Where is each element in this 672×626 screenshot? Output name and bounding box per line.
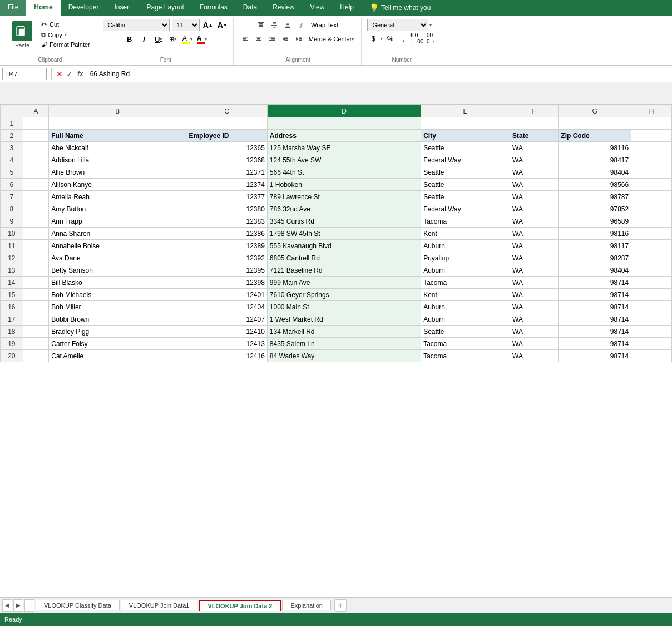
- orient-text-button[interactable]: ab: [295, 19, 307, 31]
- cell-3-1[interactable]: 12365: [186, 142, 267, 154]
- cell-16-2[interactable]: 1000 Main St: [267, 301, 421, 313]
- cell-9-3[interactable]: Tacoma: [421, 215, 510, 228]
- tab-formulas[interactable]: Formulas: [192, 0, 235, 16]
- cell-20-1[interactable]: 12416: [186, 350, 267, 362]
- cell-14-4[interactable]: WA: [510, 277, 559, 289]
- cell-5-1[interactable]: 12371: [186, 166, 267, 179]
- cell-14-3[interactable]: Tacoma: [421, 277, 510, 289]
- cell-8-1[interactable]: 12380: [186, 203, 267, 215]
- cell-18-4[interactable]: WA: [510, 326, 559, 338]
- cell-3-4[interactable]: WA: [510, 142, 559, 154]
- cell-reference-input[interactable]: [2, 68, 47, 80]
- tab-insert[interactable]: Insert: [106, 0, 139, 16]
- copy-button[interactable]: ⧉ Copy ▾: [39, 30, 92, 40]
- cell-8-2[interactable]: 786 32nd Ave: [267, 203, 421, 215]
- sheet-tab-classify[interactable]: VLOOKUP Classify Data: [36, 600, 120, 610]
- cell-5-0[interactable]: Allie Brown: [49, 166, 186, 179]
- cell-15-4[interactable]: WA: [510, 289, 559, 301]
- add-sheet-button[interactable]: +: [334, 599, 347, 612]
- currency-button[interactable]: $: [367, 32, 379, 45]
- cell-10-2[interactable]: 1798 SW 45th St: [267, 228, 421, 240]
- decrease-indent-button[interactable]: [279, 33, 291, 45]
- underline-button[interactable]: U ▾: [152, 33, 165, 45]
- cell-20-4[interactable]: WA: [510, 350, 559, 362]
- cell-6-0[interactable]: Allison Kanye: [49, 179, 186, 191]
- cell-20-2[interactable]: 84 Wades Way: [267, 350, 421, 362]
- comma-button[interactable]: ,: [397, 32, 409, 45]
- header-city[interactable]: City: [421, 130, 510, 142]
- paste-button[interactable]: Paste: [8, 19, 37, 51]
- cell-11-0[interactable]: Annabelle Boise: [49, 240, 186, 252]
- cell-10-0[interactable]: Anna Sharon: [49, 228, 186, 240]
- bold-button[interactable]: B: [123, 33, 136, 45]
- fill-color-button[interactable]: A ▾: [181, 33, 194, 45]
- cell-9-4[interactable]: WA: [510, 215, 559, 228]
- col-header-F[interactable]: F: [510, 105, 559, 117]
- tab-page-layout[interactable]: Page Layout: [139, 0, 191, 16]
- cell-6-4[interactable]: WA: [510, 179, 559, 191]
- cell-12-3[interactable]: Puyallup: [421, 252, 510, 264]
- cell-14-1[interactable]: 12398: [186, 277, 267, 289]
- tab-view[interactable]: View: [303, 0, 333, 16]
- cell-18-1[interactable]: 12410: [186, 326, 267, 338]
- cell-9-5[interactable]: 96589: [559, 215, 631, 228]
- cell-18-5[interactable]: 98714: [559, 326, 631, 338]
- cell-8-0[interactable]: Amy Button: [49, 203, 186, 215]
- header-address[interactable]: Address: [267, 130, 421, 142]
- cell-4-0[interactable]: Addison Lilla: [49, 154, 186, 166]
- cell-15-2[interactable]: 7610 Geyer Springs: [267, 289, 421, 301]
- increase-indent-button[interactable]: [293, 33, 305, 45]
- cell-13-2[interactable]: 7121 Baseline Rd: [267, 264, 421, 277]
- cell-4-3[interactable]: Federal Way: [421, 154, 510, 166]
- sheet-tab-explanation[interactable]: Explanation: [282, 600, 331, 610]
- tab-tell-me[interactable]: 💡 Tell me what you: [362, 0, 438, 16]
- tab-developer[interactable]: Developer: [61, 0, 107, 16]
- col-header-D[interactable]: D: [267, 105, 421, 117]
- col-header-G[interactable]: G: [559, 105, 631, 117]
- tab-home[interactable]: Home: [26, 0, 60, 16]
- cell-16-4[interactable]: WA: [510, 301, 559, 313]
- cut-button[interactable]: ✂ Cut: [39, 19, 92, 29]
- tab-data[interactable]: Data: [235, 0, 265, 16]
- cell-17-4[interactable]: WA: [510, 313, 559, 326]
- formula-input[interactable]: [86, 69, 670, 79]
- increase-font-button[interactable]: A▲: [202, 19, 214, 31]
- col-header-A[interactable]: A: [23, 105, 49, 117]
- cell-7-0[interactable]: Amelia Reah: [49, 191, 186, 203]
- cell-11-5[interactable]: 98117: [559, 240, 631, 252]
- cell-12-4[interactable]: WA: [510, 252, 559, 264]
- cell-17-1[interactable]: 12407: [186, 313, 267, 326]
- italic-button[interactable]: I: [138, 33, 150, 45]
- header-employee-id[interactable]: Employee ID: [186, 130, 267, 142]
- align-right-button[interactable]: [266, 33, 278, 45]
- cell-13-5[interactable]: 98404: [559, 264, 631, 277]
- tab-review[interactable]: Review: [265, 0, 302, 16]
- cell-10-1[interactable]: 12386: [186, 228, 267, 240]
- tab-scroll-ellipsis[interactable]: …: [24, 599, 34, 612]
- tab-help[interactable]: Help: [332, 0, 362, 16]
- cell-7-1[interactable]: 12377: [186, 191, 267, 203]
- cell-7-2[interactable]: 789 Lawrence St: [267, 191, 421, 203]
- cell-11-3[interactable]: Auburn: [421, 240, 510, 252]
- col-header-B[interactable]: B: [49, 105, 186, 117]
- percent-button[interactable]: %: [384, 32, 396, 45]
- cell-5-4[interactable]: WA: [510, 166, 559, 179]
- cell-14-5[interactable]: 98714: [559, 277, 631, 289]
- tab-scroll-right[interactable]: ▶: [13, 599, 23, 612]
- increase-decimal-button[interactable]: €.0←.00: [411, 32, 423, 45]
- cell-15-5[interactable]: 98714: [559, 289, 631, 301]
- decrease-font-button[interactable]: A▼: [216, 19, 229, 31]
- cell-17-2[interactable]: 1 West Market Rd: [267, 313, 421, 326]
- cell-6-2[interactable]: 1 Hoboken: [267, 179, 421, 191]
- sheet-tab-join2[interactable]: VLOOKUP Join Data 2: [199, 600, 281, 611]
- align-bottom-button[interactable]: [281, 19, 294, 31]
- cell-7-5[interactable]: 98787: [559, 191, 631, 203]
- cell-6-3[interactable]: Seattle: [421, 179, 510, 191]
- cell-17-5[interactable]: 98714: [559, 313, 631, 326]
- tab-scroll-left[interactable]: ◀: [2, 599, 12, 612]
- format-painter-button[interactable]: 🖌 Format Painter: [39, 40, 92, 49]
- cell-6-5[interactable]: 98566: [559, 179, 631, 191]
- cell-19-5[interactable]: 98714: [559, 338, 631, 350]
- cell-12-5[interactable]: 98287: [559, 252, 631, 264]
- align-top-button[interactable]: [255, 19, 267, 31]
